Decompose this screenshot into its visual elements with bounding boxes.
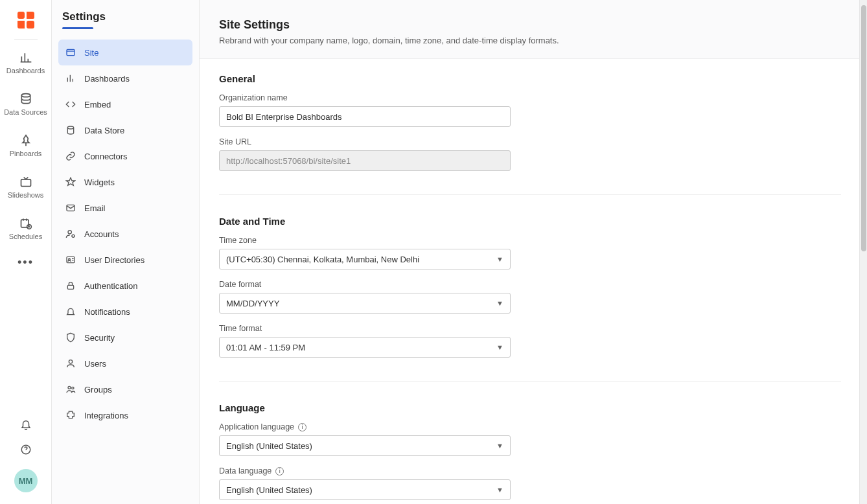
link-icon bbox=[65, 151, 76, 161]
subnav-item-label: Data Store bbox=[84, 126, 124, 135]
database-icon bbox=[65, 125, 76, 135]
time-format-select[interactable]: 01:01 AM - 11:59 PM ▼ bbox=[219, 337, 511, 358]
bar-chart-icon bbox=[19, 51, 32, 64]
database-icon bbox=[19, 93, 32, 106]
site-icon bbox=[65, 47, 76, 58]
svg-point-16 bbox=[68, 386, 71, 389]
user-avatar[interactable]: MM bbox=[14, 469, 38, 492]
svg-point-10 bbox=[68, 231, 71, 234]
field-label-datefmt: Date format bbox=[219, 280, 840, 289]
puzzle-icon bbox=[65, 410, 76, 420]
chevron-down-icon: ▼ bbox=[496, 343, 503, 351]
subnav-item-label: Groups bbox=[84, 385, 112, 395]
scrollbar-thumb[interactable] bbox=[861, 5, 866, 251]
page-header: Site Settings Rebrand with your company … bbox=[200, 0, 859, 59]
section-heading: Date and Time bbox=[219, 216, 840, 227]
user-gear-icon bbox=[65, 229, 76, 239]
subnav-item-security[interactable]: Security bbox=[58, 325, 192, 350]
divider bbox=[219, 194, 841, 195]
bell-icon bbox=[65, 306, 76, 317]
select-value: English (United States) bbox=[226, 441, 312, 451]
svg-point-2 bbox=[21, 94, 30, 97]
section-language: Language Application language i English … bbox=[200, 388, 859, 504]
section-heading: General bbox=[219, 73, 840, 84]
section-heading: Language bbox=[219, 402, 840, 413]
avatar-initials: MM bbox=[19, 476, 33, 486]
subnav-item-label: Authentication bbox=[84, 281, 137, 291]
field-label-org: Organization name bbox=[219, 93, 840, 102]
help-icon[interactable] bbox=[20, 444, 32, 457]
section-general: General Organization name Site URL bbox=[200, 59, 859, 188]
timezone-select[interactable]: (UTC+05:30) Chennai, Kolkata, Mumbai, Ne… bbox=[219, 249, 511, 269]
label-text: Data language bbox=[219, 466, 272, 475]
subnav-item-data-store[interactable]: Data Store bbox=[58, 117, 192, 143]
svg-rect-1 bbox=[27, 21, 34, 29]
subnav-item-authentication[interactable]: Authentication bbox=[58, 273, 192, 299]
info-icon[interactable]: i bbox=[275, 467, 284, 475]
site-url-input bbox=[219, 150, 511, 171]
svg-point-17 bbox=[72, 387, 74, 389]
subnav-item-widgets[interactable]: Widgets bbox=[58, 169, 192, 195]
tv-icon bbox=[19, 176, 32, 189]
lock-icon bbox=[65, 281, 76, 291]
subnav-item-groups[interactable]: Groups bbox=[58, 376, 192, 402]
shield-icon bbox=[65, 332, 76, 343]
code-icon bbox=[65, 99, 76, 109]
date-format-select[interactable]: MM/DD/YYYY ▼ bbox=[219, 293, 511, 314]
svg-point-13 bbox=[69, 258, 71, 260]
rail-item-label: Pinboards bbox=[10, 150, 42, 157]
data-language-select[interactable]: English (United States) ▼ bbox=[219, 479, 511, 500]
select-value: English (United States) bbox=[226, 485, 312, 495]
subnav-item-label: Integrations bbox=[84, 411, 128, 420]
subnav-item-label: Email bbox=[84, 203, 106, 213]
more-icon[interactable]: ••• bbox=[17, 256, 34, 269]
field-label-url: Site URL bbox=[219, 137, 840, 146]
subnav-item-dashboards[interactable]: Dashboards bbox=[58, 65, 192, 91]
mail-icon bbox=[65, 203, 76, 213]
rail-item-label: Data Sources bbox=[4, 108, 47, 116]
rail-item-slideshows[interactable]: Slideshows bbox=[0, 173, 51, 201]
subnav-underline bbox=[62, 27, 93, 29]
select-value: 01:01 AM - 11:59 PM bbox=[226, 343, 305, 352]
pin-icon bbox=[19, 134, 32, 147]
rail-item-dashboards[interactable]: Dashboards bbox=[0, 49, 51, 77]
svg-rect-7 bbox=[67, 49, 75, 55]
field-label-tz: Time zone bbox=[219, 236, 840, 245]
rail-item-schedules[interactable]: Schedules bbox=[0, 214, 51, 243]
subnav-item-notifications[interactable]: Notifications bbox=[58, 299, 192, 325]
subnav-item-users[interactable]: Users bbox=[58, 350, 192, 376]
rail-item-data-sources[interactable]: Data Sources bbox=[0, 90, 51, 119]
notifications-bell-icon[interactable] bbox=[20, 418, 32, 432]
rail-item-label: Schedules bbox=[9, 233, 42, 240]
main-content: Site Settings Rebrand with your company … bbox=[200, 0, 859, 504]
field-label-timefmt: Time format bbox=[219, 324, 840, 333]
subnav-item-user-directories[interactable]: User Directories bbox=[58, 247, 192, 273]
calendar-clock-icon bbox=[19, 217, 32, 230]
subnav-item-connectors[interactable]: Connectors bbox=[58, 143, 192, 169]
users-icon bbox=[65, 384, 76, 395]
app-language-select[interactable]: English (United States) ▼ bbox=[219, 435, 511, 456]
org-name-input[interactable] bbox=[219, 106, 511, 127]
subnav-item-label: User Directories bbox=[84, 255, 144, 265]
svg-rect-3 bbox=[21, 179, 30, 187]
subnav-item-accounts[interactable]: Accounts bbox=[58, 221, 192, 247]
chevron-down-icon: ▼ bbox=[496, 442, 503, 450]
field-label-datalang: Data language i bbox=[219, 466, 840, 475]
subnav-item-embed[interactable]: Embed bbox=[58, 91, 192, 117]
brand-logo-icon[interactable] bbox=[16, 10, 36, 30]
page-title: Site Settings bbox=[219, 18, 840, 32]
select-value: MM/DD/YYYY bbox=[226, 299, 279, 308]
subnav-item-label: Users bbox=[84, 359, 106, 369]
subnav-item-email[interactable]: Email bbox=[58, 195, 192, 221]
divider bbox=[219, 381, 841, 382]
subnav-item-integrations[interactable]: Integrations bbox=[58, 402, 192, 428]
star-icon bbox=[65, 177, 76, 187]
info-icon[interactable]: i bbox=[298, 423, 306, 431]
page-scrollbar[interactable] bbox=[859, 0, 867, 504]
subnav-title: Settings bbox=[58, 10, 192, 26]
settings-subnav: Settings Site Dashboards Embed Data Stor… bbox=[52, 0, 200, 504]
user-icon bbox=[65, 358, 76, 369]
subnav-item-site[interactable]: Site bbox=[58, 40, 192, 65]
svg-rect-14 bbox=[67, 285, 73, 289]
rail-item-pinboards[interactable]: Pinboards bbox=[0, 132, 51, 160]
